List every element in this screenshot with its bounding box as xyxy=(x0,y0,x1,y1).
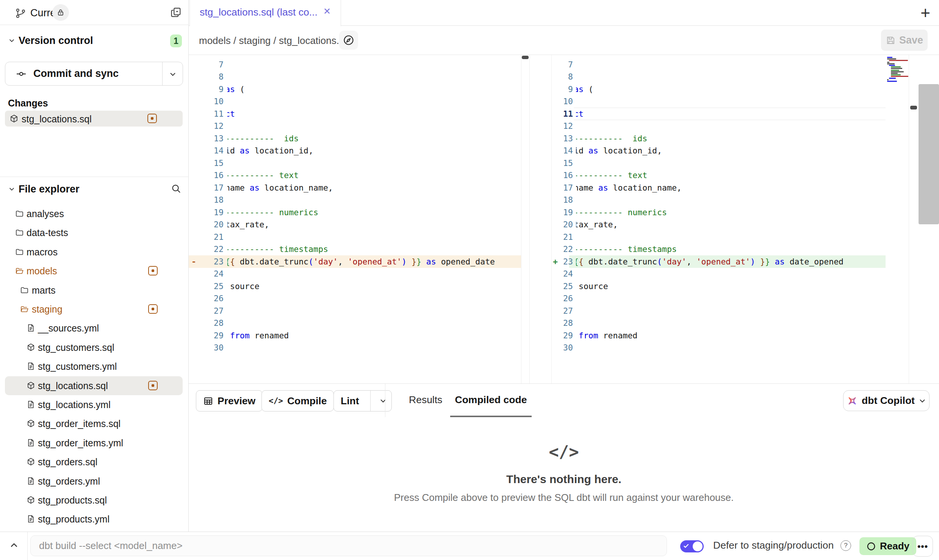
minimap[interactable] xyxy=(887,57,909,133)
file-label: __sources.yml xyxy=(38,323,99,334)
status-label: Ready xyxy=(880,540,909,552)
branch-readonly-badge xyxy=(52,4,69,21)
code-line-24[interactable]: 24 xyxy=(189,267,886,280)
compiled-code-panel: </> There's nothing here. Press Compile … xyxy=(189,417,939,532)
model-icon xyxy=(27,343,35,352)
line-number: 21 xyxy=(546,231,573,243)
chevron-up-icon[interactable] xyxy=(8,540,20,551)
copy-files-icon[interactable] xyxy=(170,6,182,19)
line-number: 24 xyxy=(546,267,573,280)
model-icon xyxy=(27,381,35,390)
code-line-29[interactable]: 29 from renamed xyxy=(189,329,886,342)
file-row-analyses[interactable]: analyses xyxy=(5,204,183,223)
code-line-27[interactable]: 27 xyxy=(189,305,886,317)
breadcrumb-bar: models / staging / stg_locations.sql Sav… xyxy=(189,26,939,55)
save-button[interactable]: Save xyxy=(881,30,928,51)
file-label: analyses xyxy=(27,208,64,219)
code-line-30[interactable]: 30 xyxy=(189,341,886,354)
copilot-icon xyxy=(847,395,858,407)
new-tab-button[interactable]: + xyxy=(915,2,936,23)
chevron-down-icon[interactable] xyxy=(169,70,177,78)
divider xyxy=(27,532,28,560)
file-row-stg-order-items-sql[interactable]: stg_order_items.sql xyxy=(5,414,183,433)
line-number: 12 xyxy=(546,120,573,132)
code-line-21[interactable]: 21 xyxy=(189,231,886,243)
file-row-models[interactable]: models xyxy=(5,261,183,280)
file-label: marts xyxy=(32,285,56,296)
file-row-stg-locations-sql[interactable]: stg_locations.sql xyxy=(5,376,183,395)
search-icon[interactable] xyxy=(171,183,182,194)
code-line-9[interactable]: 9as ( xyxy=(189,83,886,95)
diff-editor[interactable]: 6789as (1011ct1213---------- ids14id as … xyxy=(189,55,939,383)
code-line-14[interactable]: 14id as location_id, xyxy=(189,144,886,157)
file-label: staging xyxy=(32,304,63,315)
tab-results[interactable]: Results xyxy=(409,394,442,406)
file-icon xyxy=(27,438,35,447)
code-line-26[interactable]: 26 xyxy=(189,292,886,305)
code-line-23[interactable]: +23{{ dbt.date_trunc('day', 'opened_at')… xyxy=(189,255,886,268)
file-row-stg-customers-sql[interactable]: stg_customers.sql xyxy=(5,338,183,357)
file-row-marts[interactable]: marts xyxy=(5,281,183,300)
chevron-down-icon[interactable] xyxy=(8,186,15,192)
file-row-stg-products-sql[interactable]: stg_products.sql xyxy=(5,491,183,510)
file-row-data-tests[interactable]: data-tests xyxy=(5,223,183,242)
window-scrollbar-thumb[interactable] xyxy=(919,84,939,224)
file-row-stg-customers-yml[interactable]: stg_customers.yml xyxy=(5,357,183,376)
defer-toggle[interactable] xyxy=(680,540,704,552)
code-line-15[interactable]: 15 xyxy=(189,157,886,169)
chevron-down-icon[interactable] xyxy=(375,397,391,405)
compile-button[interactable]: </> Compile xyxy=(261,390,334,411)
changes-count-badge: 1 xyxy=(170,34,182,47)
scrollbar-thumb[interactable] xyxy=(522,56,529,59)
editor-toolbar: Preview </> Compile Lint Results Compile… xyxy=(189,383,939,417)
code-line-11[interactable]: 11ct xyxy=(189,108,886,120)
file-row-macros[interactable]: macros xyxy=(5,242,183,261)
code-line-7[interactable]: 7 xyxy=(189,58,886,71)
commit-and-sync-button[interactable]: Commit and sync xyxy=(5,62,183,86)
chevron-down-icon[interactable] xyxy=(8,37,15,44)
scrollbar-thumb[interactable] xyxy=(910,106,917,109)
code-line-16[interactable]: 16---------- text xyxy=(189,169,886,181)
code-line-22[interactable]: 22---------- timestamps xyxy=(189,243,886,255)
file-row-stg-locations-yml[interactable]: stg_locations.yml xyxy=(5,395,183,414)
file-label: data-tests xyxy=(27,227,68,238)
code-line-18[interactable]: 18 xyxy=(189,194,886,206)
file-row-stg-orders-sql[interactable]: stg_orders.sql xyxy=(5,452,183,471)
line-number: 11 xyxy=(546,108,573,120)
file-row--sources-yml[interactable]: __sources.yml xyxy=(5,319,183,338)
divider xyxy=(529,55,530,383)
code-line-10[interactable]: 10 xyxy=(189,95,886,108)
version-control-title[interactable]: Version control xyxy=(19,35,93,47)
folder-icon xyxy=(20,286,29,294)
tab-compiled-code[interactable]: Compiled code xyxy=(450,394,532,406)
code-line-12[interactable]: 12 xyxy=(189,120,886,132)
preview-button[interactable]: Preview xyxy=(196,390,263,411)
file-row-stg-products-yml[interactable]: stg_products.yml xyxy=(5,510,183,529)
command-input[interactable] xyxy=(30,535,667,556)
file-row-staging[interactable]: staging xyxy=(5,300,183,319)
close-icon[interactable]: ✕ xyxy=(323,6,331,17)
code-line-25[interactable]: 25 source xyxy=(189,280,886,293)
code-line-8[interactable]: 8 xyxy=(189,70,886,83)
lineage-button[interactable] xyxy=(339,31,358,50)
dbt-copilot-button[interactable]: dbt Copilot xyxy=(843,390,930,411)
code-line-28[interactable]: 28 xyxy=(189,317,886,329)
changed-file-row[interactable]: stg_locations.sql xyxy=(5,111,183,127)
file-row-stg-orders-yml[interactable]: stg_orders.yml xyxy=(5,472,183,491)
code-line-17[interactable]: 17name as location_name, xyxy=(189,181,886,194)
commit-button-label: Commit and sync xyxy=(33,68,119,80)
help-icon[interactable]: ? xyxy=(840,540,851,551)
line-number: 17 xyxy=(546,181,573,194)
tab-stg-locations[interactable]: stg_locations.sql (last co... ✕ xyxy=(189,0,341,26)
lint-button[interactable]: Lint xyxy=(333,390,392,411)
more-menu-button[interactable]: ••• xyxy=(912,536,933,557)
file-row-stg-order-items-yml[interactable]: stg_order_items.yml xyxy=(5,433,183,452)
code-line-13[interactable]: 13---------- ids xyxy=(189,132,886,145)
file-explorer-title[interactable]: File explorer xyxy=(19,183,80,195)
code-line-19[interactable]: 19---------- numerics xyxy=(189,206,886,219)
line-content: {{ dbt.date_trunc('day', 'opened_at') }}… xyxy=(576,255,886,268)
code-line-20[interactable]: 20tax_rate, xyxy=(189,218,886,231)
minimap-line xyxy=(891,73,898,74)
folder-open-icon xyxy=(20,305,29,313)
file-label: stg_customers.yml xyxy=(38,361,117,372)
